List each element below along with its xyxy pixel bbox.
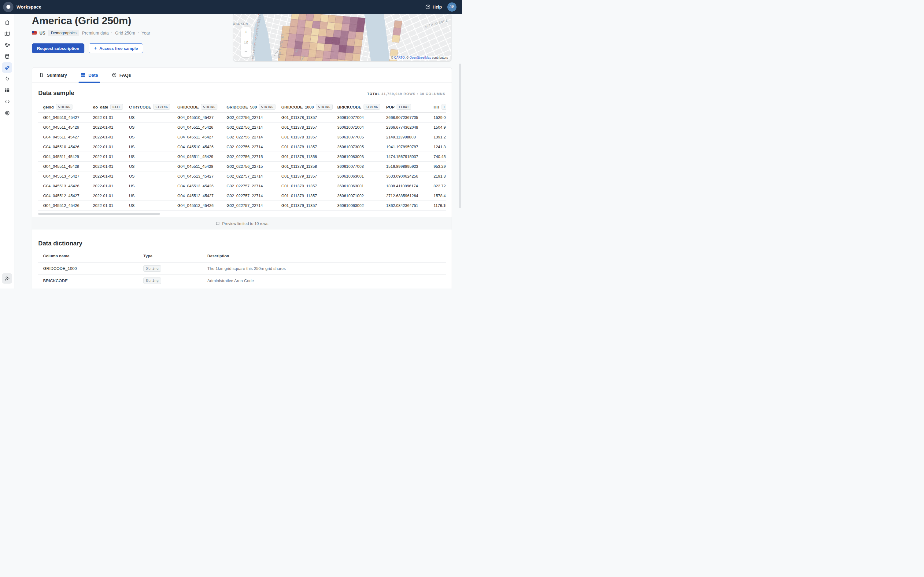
zoom-in-button[interactable]: + <box>241 27 251 37</box>
dict-description: Unique identifier for the 250m grid squa… <box>207 287 446 289</box>
map-canvas: BELFORD - W. 39TH STREET WEST STREET 6TH… <box>233 14 451 61</box>
access-free-sample-button[interactable]: + Access free sample <box>89 44 143 53</box>
table-cell: G01_011379_11357 <box>276 181 332 191</box>
dictionary-row: BRICKCODEStringAdministrative Area Code <box>38 275 446 287</box>
table-cell: G01_011378_11358 <box>276 152 332 162</box>
table-row: G04_045513_454262022-01-01USG04_045513_4… <box>38 181 446 191</box>
table-cell: 360610063001 <box>332 171 381 181</box>
request-subscription-button[interactable]: Request subscription <box>32 44 84 53</box>
table-cell: 1578.475 <box>429 191 446 201</box>
meta-grid: Grid 250m <box>115 31 135 35</box>
table-cell: 2149.113988808 <box>381 132 429 142</box>
table-cell: 360610073005 <box>332 142 381 152</box>
question-circle-icon <box>425 4 431 10</box>
table-row: G04_045511_454282022-01-01USG04_045511_4… <box>38 162 446 171</box>
table-cell: G04_045512_45427 <box>173 191 222 201</box>
table-row: G04_045512_454272022-01-01USG04_045512_4… <box>38 191 446 201</box>
horizontal-scrollbar-track <box>38 213 446 215</box>
preview-limit-note: Preview limited to 10 rows <box>32 217 452 229</box>
horizontal-scrollbar-thumb[interactable] <box>38 213 160 215</box>
zoom-out-button[interactable]: − <box>241 47 251 57</box>
apps-grid-icon <box>4 87 10 93</box>
page-scrollbar-thumb[interactable] <box>459 64 461 208</box>
dict-column-name: BRICKCODE <box>38 275 144 287</box>
sidebar-item-data-explorer[interactable] <box>2 51 12 61</box>
table-cell: G02_022756_22715 <box>222 162 276 171</box>
dictionary-row: geoidStringUnique identifier for the 250… <box>38 287 446 289</box>
column-header: GRIDCODE_500STRING <box>222 102 276 113</box>
table-cell: G02_022756_22714 <box>222 113 276 122</box>
column-header: CTRYCODESTRING <box>124 102 173 113</box>
category-badge: Demographics <box>48 30 79 36</box>
data-sample-heading: Data sample <box>38 90 74 97</box>
tab-faqs[interactable]: FAQs <box>111 68 131 82</box>
table-cell: 2022-01-01 <box>88 122 124 132</box>
table-cell: 953.295 <box>429 162 446 171</box>
table-cell: G04_045513_45426 <box>38 181 88 191</box>
table-cell: 1862.0842364751 <box>381 201 429 211</box>
table-cell: 1504.961 <box>429 122 446 132</box>
column-header: HHFLOAT <box>429 102 446 113</box>
table-cell: G04_045513_45426 <box>173 181 222 191</box>
sidebar-item-data-observatory[interactable] <box>2 62 12 73</box>
table-cell: G02_022756_22714 <box>222 122 276 132</box>
table-cell: G04_045513_45427 <box>38 171 88 181</box>
table-cell: 1529.052 <box>429 113 446 122</box>
table-cell: G01_011379_11357 <box>276 171 332 181</box>
table-row: G04_045511_454292022-01-01USG04_045511_4… <box>38 152 446 162</box>
sidebar-item-developers[interactable] <box>2 96 12 106</box>
map-place-label-hoboken: HOBOKEN <box>233 22 248 26</box>
table-cell: 360610077005 <box>332 132 381 142</box>
table-cell: G02_022757_22714 <box>222 171 276 181</box>
table-cell: 1241.885 <box>429 142 446 152</box>
sidebar-item-invite-user[interactable] <box>2 273 12 284</box>
logo-dot-icon <box>6 5 10 9</box>
avatar[interactable]: JP <box>447 2 457 11</box>
sidebar-item-maps[interactable] <box>2 28 12 39</box>
table-cell: 360610083003 <box>332 152 381 162</box>
map-preview[interactable]: BELFORD - W. 39TH STREET WEST STREET 6TH… <box>233 14 451 61</box>
tab-summary[interactable]: Summary <box>39 68 67 82</box>
sidebar-item-workflows[interactable] <box>2 40 12 50</box>
question-circle-icon <box>111 73 117 77</box>
column-header: GRIDCODESTRING <box>173 102 222 113</box>
help-button[interactable]: Help <box>425 4 442 10</box>
column-type-chip: FLOAT <box>397 104 411 110</box>
table-cell: US <box>124 191 173 201</box>
meta-premium: Premium data <box>82 31 108 35</box>
table-cell: 2022-01-01 <box>88 191 124 201</box>
table-cell: US <box>124 152 173 162</box>
table-cell: 1516.8998895923 <box>381 162 429 171</box>
main-content: BELFORD - W. 39TH STREET WEST STREET 6TH… <box>15 14 462 288</box>
column-header: BRICKCODESTRING <box>332 102 381 113</box>
dict-type-header: Type <box>144 253 207 263</box>
sidebar-item-home[interactable] <box>2 17 12 27</box>
table-cell: 1176.196 <box>429 201 446 211</box>
table-cell: G04_045512_45427 <box>38 191 88 201</box>
table-cell: 360610077004 <box>332 113 381 122</box>
table-cell: G02_022756_22715 <box>222 152 276 162</box>
app-logo[interactable] <box>3 2 13 12</box>
table-header-row: geoidSTRINGdo_dateDATECTRYCODESTRINGGRID… <box>38 102 446 113</box>
carto-link[interactable]: CARTO <box>394 56 405 59</box>
table-cell: 2022-01-01 <box>88 152 124 162</box>
table-row: G04_045510_454262022-01-01USG04_045510_4… <box>38 142 446 152</box>
home-icon <box>4 19 10 25</box>
table-cell: G04_045512_45426 <box>38 201 88 211</box>
table-icon <box>81 73 86 77</box>
table-cell: 1474.1567915037 <box>381 152 429 162</box>
column-header: POPFLOAT <box>381 102 429 113</box>
table-cell: G01_011378_11358 <box>276 162 332 171</box>
tab-data[interactable]: Data <box>81 68 98 82</box>
osm-link[interactable]: OpenStreetMap <box>409 56 431 59</box>
table-cell: G04_045510_45427 <box>38 113 88 122</box>
us-flag-icon <box>32 31 37 34</box>
sidebar <box>0 14 15 288</box>
document-icon <box>39 73 44 77</box>
column-type-chip: FLOAT <box>441 104 446 110</box>
table-cell: 360610077003 <box>332 162 381 171</box>
sidebar-item-settings[interactable] <box>2 108 12 118</box>
column-header: do_dateDATE <box>88 102 124 113</box>
sidebar-item-applications[interactable] <box>2 85 12 95</box>
sidebar-item-connections[interactable] <box>2 74 12 84</box>
